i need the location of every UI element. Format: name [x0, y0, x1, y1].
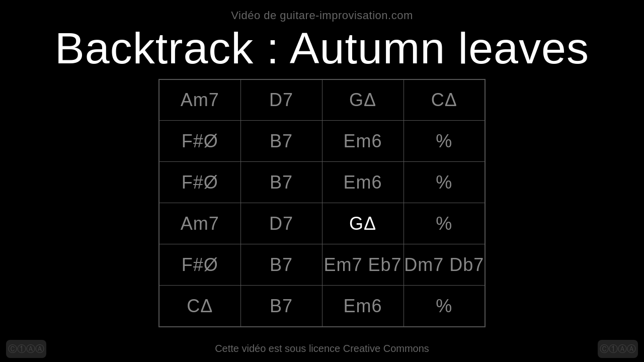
- cell-r2-c0: F#Ø: [159, 162, 240, 203]
- cell-r4-c2: Em7 Eb7: [322, 244, 404, 286]
- cell-r5-c1: B7: [240, 286, 322, 327]
- cell-r5-c2: Em6: [322, 286, 404, 327]
- cell-r5-c0: CΔ: [159, 286, 240, 327]
- cell-r0-c2: GΔ: [322, 79, 404, 121]
- footer-text: Cette vidéo est sous licence Creative Co…: [215, 343, 429, 354]
- chord-grid: Am7D7GΔCΔF#ØB7Em6%F#ØB7Em6%Am7D7GΔ%F#ØB7…: [158, 79, 486, 327]
- subtitle: Vidéo de guitare-improvisation.com: [0, 0, 644, 22]
- cell-r1-c3: %: [404, 121, 485, 162]
- main-title: Backtrack : Autumn leaves: [0, 22, 644, 73]
- cell-r5-c3: %: [404, 286, 485, 327]
- cell-r1-c2: Em6: [322, 121, 404, 162]
- cell-r2-c1: B7: [240, 162, 322, 203]
- cc-badge-right: Ⓒ①ⒶⒶ: [598, 340, 638, 358]
- cell-r0-c3: CΔ: [404, 79, 485, 121]
- cell-r1-c0: F#Ø: [159, 121, 240, 162]
- cell-r2-c2: Em6: [322, 162, 404, 203]
- cell-r3-c0: Am7: [159, 203, 240, 244]
- cell-r3-c2: GΔ: [322, 203, 404, 244]
- cell-r3-c1: D7: [240, 203, 322, 244]
- cell-r0-c1: D7: [240, 79, 322, 121]
- cell-r2-c3: %: [404, 162, 485, 203]
- cell-r1-c1: B7: [240, 121, 322, 162]
- footer: Ⓒ①ⒶⒶ Cette vidéo est sous licence Creati…: [0, 335, 644, 362]
- cell-r0-c0: Am7: [159, 79, 240, 121]
- cc-badge-left: Ⓒ①ⒶⒶ: [6, 340, 46, 358]
- cell-r4-c0: F#Ø: [159, 244, 240, 286]
- cell-r4-c3: Dm7 Db7: [404, 244, 485, 286]
- grid-wrapper: Am7D7GΔCΔF#ØB7Em6%F#ØB7Em6%Am7D7GΔ%F#ØB7…: [0, 79, 644, 327]
- cell-r4-c1: B7: [240, 244, 322, 286]
- cell-r3-c3: %: [404, 203, 485, 244]
